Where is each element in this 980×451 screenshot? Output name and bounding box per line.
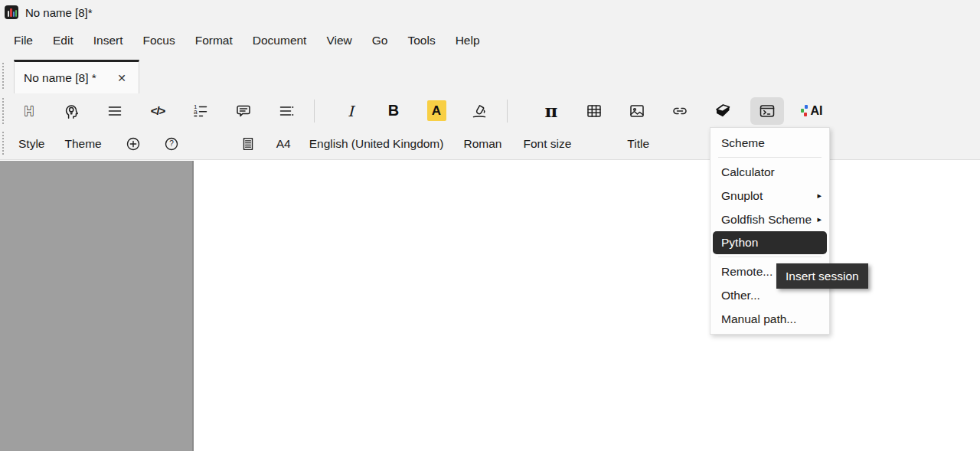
menu-view[interactable]: View <box>316 31 361 51</box>
tab-close-icon[interactable]: ✕ <box>114 70 129 86</box>
mind-map-button[interactable] <box>57 97 87 125</box>
menu-item-python[interactable]: Python <box>713 231 827 254</box>
title-bar: No name [8]* <box>0 0 980 25</box>
language-button[interactable]: English (United Kingdom) <box>309 137 444 151</box>
menu-item-label: Goldfish Scheme <box>721 213 812 227</box>
menu-format[interactable]: Format <box>185 31 243 51</box>
menu-item-label: Calculator <box>721 165 775 179</box>
bold-button[interactable]: B <box>378 97 409 125</box>
title-style-button[interactable]: Title <box>627 137 649 151</box>
menu-tools[interactable]: Tools <box>397 31 445 51</box>
insert-session-tooltip: Insert session <box>776 263 868 289</box>
menu-item-label: Gnuplot <box>721 189 763 203</box>
style-help-button[interactable]: ? <box>163 136 180 152</box>
menu-item-label: Other... <box>721 289 760 302</box>
style-button[interactable]: Style <box>18 137 44 151</box>
comment-button[interactable] <box>228 97 259 125</box>
menu-item-manual-path[interactable]: Manual path... <box>710 307 829 331</box>
circle-plus-icon <box>125 136 142 152</box>
page-icon <box>240 136 256 152</box>
menu-item-label: Manual path... <box>721 312 796 326</box>
highlight-color-button[interactable]: A <box>421 97 452 125</box>
insert-session-button[interactable] <box>750 97 784 125</box>
submenu-arrow-icon: ▸ <box>817 191 822 201</box>
menu-bar: File Edit Insert Focus Format Document V… <box>0 25 980 57</box>
fold-icon <box>714 102 732 120</box>
comment-icon <box>234 102 253 120</box>
ai-icon: AI <box>801 104 823 118</box>
toolbar-separator <box>507 100 508 123</box>
menu-document[interactable]: Document <box>243 31 317 51</box>
heading-icon: H <box>20 102 38 120</box>
link-icon <box>671 102 689 120</box>
toolbar-separator <box>314 100 315 123</box>
app-logo-icon <box>5 5 18 19</box>
menu-separator <box>718 157 822 158</box>
main-toolbar: H </> 1 a <box>0 93 980 128</box>
menu-help[interactable]: Help <box>446 31 490 51</box>
menu-item-label: Remote... <box>721 265 773 279</box>
application-window: No name [8]* File Edit Insert Focus Form… <box>0 0 980 451</box>
svg-text:H: H <box>24 103 34 118</box>
font-size-button[interactable]: Font size <box>523 137 571 151</box>
menu-file[interactable]: File <box>4 31 43 51</box>
link-button[interactable] <box>665 97 695 125</box>
page-margin-area <box>0 161 194 451</box>
bold-icon: B <box>388 102 399 119</box>
menu-item-scheme[interactable]: Scheme <box>710 131 829 155</box>
image-icon <box>628 102 646 120</box>
session-terminal-icon <box>758 102 776 120</box>
image-button[interactable] <box>622 97 652 125</box>
description-list-button[interactable] <box>271 97 302 125</box>
ordered-list-button[interactable]: 1 a <box>185 97 216 125</box>
window-title: No name [8]* <box>25 6 93 19</box>
insert-session-menu: Scheme Calculator Gnuplot ▸ Goldfish Sch… <box>710 127 830 335</box>
menu-insert[interactable]: Insert <box>83 31 133 51</box>
italic-icon: I <box>348 103 354 119</box>
paper-size-button[interactable]: A4 <box>276 137 291 151</box>
ink-bottle-icon <box>470 102 488 120</box>
table-icon <box>585 102 603 120</box>
menu-item-gnuplot[interactable]: Gnuplot ▸ <box>710 184 829 208</box>
pi-icon: π <box>545 100 558 121</box>
ordered-list-icon: 1 a <box>191 102 210 120</box>
font-family-button[interactable]: Roman <box>463 137 501 151</box>
plain-list-button[interactable] <box>100 97 130 125</box>
document-canvas[interactable] <box>0 160 980 451</box>
menu-item-label: Python <box>721 236 758 250</box>
svg-text:a: a <box>194 107 198 115</box>
description-list-icon <box>277 102 296 120</box>
menu-item-label: Scheme <box>721 136 765 150</box>
tabbar-drag-handle[interactable] <box>2 63 4 89</box>
ai-button[interactable]: AI <box>796 97 827 125</box>
menu-focus[interactable]: Focus <box>132 31 185 51</box>
tab-bar: No name [8] * ✕ <box>0 57 980 93</box>
menu-separator <box>718 257 822 257</box>
svg-text:?: ? <box>169 139 174 148</box>
format-toolbar: Style Theme ? A4 English (United Kingdom… <box>0 128 980 160</box>
mind-lightbulb-icon <box>63 102 81 120</box>
page-setup-button[interactable] <box>240 136 256 152</box>
highlight-icon: A <box>427 100 446 121</box>
menu-edit[interactable]: Edit <box>43 31 83 51</box>
code-button[interactable]: </> <box>142 97 173 125</box>
tab-label: No name [8] * <box>24 71 114 85</box>
add-style-button[interactable] <box>125 136 142 152</box>
tab-active[interactable]: No name [8] * ✕ <box>14 60 139 93</box>
theme-button[interactable]: Theme <box>64 137 101 151</box>
circle-question-icon: ? <box>163 136 180 152</box>
italic-button[interactable]: I <box>335 97 366 125</box>
menu-item-calculator[interactable]: Calculator <box>710 160 829 184</box>
menu-item-goldfish-scheme[interactable]: Goldfish Scheme ▸ <box>710 208 829 231</box>
ink-color-button[interactable] <box>464 97 495 125</box>
menu-go[interactable]: Go <box>362 31 398 51</box>
plain-list-icon <box>106 102 124 120</box>
submenu-arrow-icon: ▸ <box>817 214 822 224</box>
math-button[interactable]: π <box>536 97 567 125</box>
heading-button[interactable]: H <box>14 97 44 125</box>
code-icon: </> <box>151 104 165 117</box>
fold-button[interactable] <box>707 97 738 125</box>
table-button[interactable] <box>579 97 609 125</box>
